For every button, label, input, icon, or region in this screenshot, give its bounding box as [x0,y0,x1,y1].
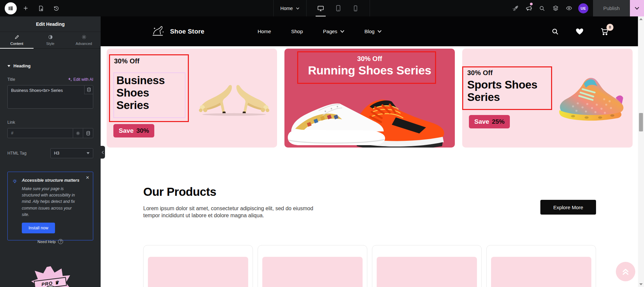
document-switcher[interactable]: Home [273,0,306,16]
product-image-panel [148,257,248,287]
running-shoes-image [285,87,454,148]
save-30-button[interactable]: Save30% [113,124,154,137]
product-card[interactable] [258,245,367,287]
tab-style[interactable]: Style [34,32,67,48]
promo-heading[interactable]: Sports ShoesSeries [467,79,551,104]
promo-discount[interactable]: 30% Off [467,69,493,77]
dynamic-tags-button[interactable] [84,85,93,94]
structure-button[interactable] [549,0,562,16]
promo-heading[interactable]: Business ShoesSeries [116,74,178,112]
responsive-mode-group [306,0,370,16]
add-element-button[interactable] [19,0,32,16]
need-help-label: Need Help [38,240,56,244]
scrollbar-down-button[interactable] [638,282,644,287]
document-switcher-label: Home [280,6,293,11]
site-launch-button[interactable] [508,0,522,16]
contrast-icon [48,35,53,40]
tablet-mode-button[interactable] [330,0,346,16]
nav-blog[interactable]: Blog [365,28,382,34]
scrollbar-thumb[interactable] [639,113,643,131]
page-settings-icon [38,5,44,11]
history-icon [53,5,59,11]
edit-with-ai-link[interactable]: Edit with AI [68,77,93,82]
title-textarea[interactable]: Business Shoes<br> Series [7,85,93,109]
user-avatar[interactable]: UE [578,3,588,13]
elementor-logo-icon [8,5,14,11]
question-mark-icon: ? [58,239,63,244]
publish-button[interactable]: Publish [593,0,630,16]
plus-icon [23,5,29,11]
publish-options-button[interactable] [630,0,644,16]
tablet-icon [336,5,341,11]
heels-image [195,81,273,118]
tab-content[interactable]: Content [0,32,34,48]
close-icon[interactable]: × [86,175,89,180]
promo-card-business[interactable]: 30% Off Business ShoesSeries Save30% [107,49,277,148]
finder-search-button[interactable] [535,0,549,16]
install-now-button[interactable]: Install now [22,223,55,233]
promo-discount[interactable]: 30% Off [114,57,140,65]
notice-title: Accessible structure matters [22,178,79,183]
megaphone-icon [526,5,532,11]
section-title: Heading [13,63,31,68]
accessibility-notice: Accessible structure matters Make sure y… [7,172,93,240]
products-section-description: Lorem ipsum dolor sit amet, consectetur … [143,205,331,219]
chevron-down-icon [296,7,300,10]
gear-icon [76,131,80,135]
mobile-icon [354,5,358,11]
wishlist-heart-icon[interactable] [576,28,584,35]
chevron-down-icon [377,30,382,33]
panel-tabs: Content Style Advanced [0,32,101,49]
elementor-menu-button[interactable] [5,2,17,14]
product-card[interactable] [486,245,596,287]
nav-shop[interactable]: Shop [291,28,303,34]
need-help-link[interactable]: Need Help ? [0,239,101,244]
link-input[interactable] [7,128,73,138]
product-card[interactable] [372,245,482,287]
heading-section-toggle[interactable]: Heading [7,63,93,68]
chevron-down-icon [87,152,90,154]
database-icon [86,131,90,135]
panel-title: Edit Heading [0,16,101,32]
history-button[interactable] [50,0,63,16]
editor-canvas: Shoe Store Home Shop Pages Blog 0 30% Of… [101,16,638,287]
save-25-button[interactable]: Save25% [469,115,510,128]
gear-icon [82,35,87,40]
promo-card-sports[interactable]: 30% Off Sports ShoesSeries Save25% [462,49,633,148]
site-title: Shoe Store [170,28,204,35]
link-dynamic-tags-button[interactable] [83,128,93,138]
panel-collapse-handle[interactable] [101,146,105,159]
mobile-mode-button[interactable] [347,0,364,16]
elementor-toolbar: Home U [0,0,644,16]
whats-new-button[interactable] [522,0,535,16]
scroll-to-top-button[interactable] [616,262,635,281]
desktop-mode-button[interactable] [313,0,329,16]
cart-icon[interactable]: 0 [600,27,609,36]
preview-button[interactable] [562,0,576,16]
promo-heading[interactable]: Running Shoes Series [284,64,455,77]
lightbulb-icon [12,178,18,233]
browser-scrollbar[interactable] [638,16,644,287]
tab-advanced[interactable]: Advanced [67,32,101,48]
nav-pages[interactable]: Pages [323,28,344,34]
site-search-icon[interactable] [551,28,559,35]
nav-home[interactable]: Home [258,28,271,34]
product-card[interactable] [143,245,253,287]
site-logo[interactable]: Shoe Store [152,16,204,46]
product-grid [143,245,596,287]
site-header: Shoe Store Home Shop Pages Blog 0 [101,16,638,46]
caret-down-icon [7,65,10,67]
database-icon [87,88,91,92]
scrollbar-up-button[interactable] [638,16,644,22]
html-tag-select[interactable]: H3 [50,148,93,158]
page-settings-button[interactable] [34,0,48,16]
explore-more-button[interactable]: Explore More [540,200,596,215]
rocket-icon [512,5,519,11]
link-options-button[interactable] [73,128,83,138]
promo-discount[interactable]: 30% Off [284,55,455,63]
title-field-label: Title [7,77,15,82]
pro-upgrade-sticker[interactable]: PRO ♛ [29,266,72,287]
link-field-label: Link [7,120,93,125]
pencil-icon [14,35,19,40]
promo-card-running[interactable]: 30% Off Running Shoes Series [284,49,455,148]
